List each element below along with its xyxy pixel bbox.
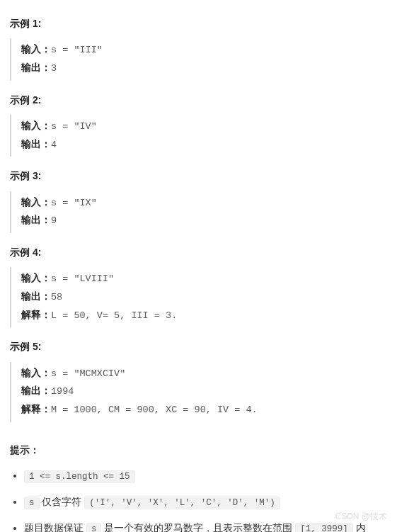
explain-label: 解释： [21, 310, 51, 321]
hint-3-code-1: s [86, 523, 102, 532]
hint-item-3: 题目数据保证 s 是一个有效的罗马数字，且表示整数在范围 [1, 3999] 内 [24, 520, 387, 532]
hint-3-code-2: [1, 3999] [295, 523, 353, 532]
input-label: 输入： [21, 121, 51, 132]
example-5-output: 输出：1994 [21, 383, 387, 401]
example-5-explain: 解释：M = 1000, CM = 900, XC = 90, IV = 4. [21, 401, 387, 419]
example-3-input: 输入：s = "IX" [21, 194, 387, 213]
example-3-output: 输出：9 [21, 212, 387, 230]
example-5-explain-value: M = 1000, CM = 900, XC = 90, IV = 4. [51, 404, 258, 415]
example-2-output: 输出：4 [21, 136, 387, 154]
example-1-input-value: s = "III" [51, 45, 103, 55]
hints-heading: 提示： [10, 442, 387, 458]
example-5-heading: 示例 5: [10, 339, 387, 354]
example-1-heading: 示例 1: [10, 16, 387, 31]
example-2-output-value: 4 [51, 140, 57, 150]
example-3-block: 输入：s = "IX" 输出：9 [10, 191, 387, 233]
output-label: 输出： [21, 386, 51, 397]
input-label: 输入： [21, 45, 51, 55]
example-3-input-value: s = "IX" [51, 198, 97, 208]
example-4-heading: 示例 4: [10, 244, 387, 260]
example-5-input: 输入：s = "MCMXCIV" [21, 365, 387, 383]
hint-2-code-2: ('I', 'V', 'X', 'L', 'C', 'D', 'M') [84, 497, 280, 509]
example-1-input: 输入：s = "III" [21, 41, 387, 60]
example-4-output: 输出：58 [21, 288, 387, 307]
example-2-heading: 示例 2: [10, 92, 387, 108]
hint-item-2: s 仅含字符 ('I', 'V', 'X', 'L', 'C', 'D', 'M… [24, 494, 387, 510]
explain-label: 解释： [21, 404, 51, 415]
hint-3-text-2: 是一个有效的罗马数字，且表示整数在范围 [101, 522, 295, 532]
example-4-block: 输入：s = "LVIII" 输出：58 解释：L = 50, V= 5, II… [10, 267, 387, 327]
output-label: 输出： [21, 63, 51, 74]
hint-3-text-1: 题目数据保证 [24, 522, 86, 532]
hints-list: 1 <= s.length <= 15 s 仅含字符 ('I', 'V', 'X… [10, 468, 387, 532]
hint-1-code: 1 <= s.length <= 15 [24, 470, 135, 483]
input-label: 输入： [21, 273, 51, 284]
example-4-input-value: s = "LVIII" [51, 273, 114, 284]
example-3-output-value: 9 [51, 215, 57, 226]
example-4-explain: 解释：L = 50, V= 5, III = 3. [21, 307, 387, 325]
example-4-explain-value: L = 50, V= 5, III = 3. [51, 310, 177, 321]
output-label: 输出： [21, 292, 51, 302]
hint-2-code-1: s [24, 497, 40, 509]
example-5-output-value: 1994 [51, 386, 74, 397]
example-4-output-value: 58 [51, 292, 62, 302]
input-label: 输入： [21, 368, 51, 379]
example-5-input-value: s = "MCMXCIV" [51, 368, 125, 379]
example-1-output: 输出：3 [21, 60, 387, 78]
input-label: 输入： [21, 198, 51, 208]
example-3-heading: 示例 3: [10, 168, 387, 183]
example-4-input: 输入：s = "LVIII" [21, 270, 387, 288]
output-label: 输出： [21, 140, 51, 150]
output-label: 输出： [21, 215, 51, 226]
example-2-block: 输入：s = "IV" 输出：4 [10, 115, 387, 157]
example-1-output-value: 3 [51, 63, 57, 74]
hint-3-text-3: 内 [353, 522, 366, 532]
hint-item-1: 1 <= s.length <= 15 [24, 468, 387, 484]
example-5-block: 输入：s = "MCMXCIV" 输出：1994 解释：M = 1000, CM… [10, 362, 387, 422]
hint-2-text: 仅含字符 [40, 496, 85, 507]
example-1-block: 输入：s = "III" 输出：3 [10, 38, 387, 80]
example-2-input-value: s = "IV" [51, 121, 97, 132]
example-2-input: 输入：s = "IV" [21, 118, 387, 136]
